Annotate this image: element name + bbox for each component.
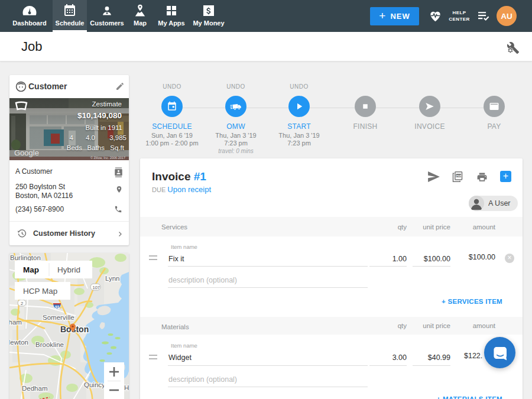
svg-text:Hi: Hi xyxy=(124,384,129,391)
svg-text:Brookline: Brookline xyxy=(35,341,64,348)
svg-text:Dedham: Dedham xyxy=(22,385,47,392)
svg-text:PDF: PDF xyxy=(456,174,462,177)
svg-text:Hybrid: Hybrid xyxy=(57,265,80,274)
svg-text:Waltham: Waltham xyxy=(9,319,22,326)
svg-text:Burlington: Burlington xyxy=(10,254,41,261)
svg-text:Newton: Newton xyxy=(9,339,28,346)
svg-text:© Zillow, Inc. 2006-2017: © Zillow, Inc. 2006-2017 xyxy=(90,156,125,160)
svg-text:Quincy: Quincy xyxy=(84,381,105,388)
svg-text:Map: Map xyxy=(23,265,39,274)
svg-text:93: 93 xyxy=(55,305,60,309)
svg-text:Baths: Baths xyxy=(87,144,105,151)
svg-text:Zestimate: Zestimate xyxy=(92,100,122,108)
svg-text:Google: Google xyxy=(14,148,39,157)
svg-text:Sq.ft: Sq.ft xyxy=(110,144,124,151)
svg-text:Built in 1911: Built in 1911 xyxy=(86,124,122,131)
svg-text:2: 2 xyxy=(21,301,23,306)
svg-text:3,985: 3,985 xyxy=(109,134,126,141)
svg-text:Lynn: Lynn xyxy=(105,275,120,282)
svg-text:4: 4 xyxy=(70,134,74,141)
svg-text:$10,149,080: $10,149,080 xyxy=(77,111,122,120)
svg-text:HCP Map: HCP Map xyxy=(23,287,57,296)
svg-text:Somerville: Somerville xyxy=(43,314,74,321)
svg-text:Beds: Beds xyxy=(67,144,82,151)
svg-text:4.0: 4.0 xyxy=(86,134,95,141)
svg-text:107: 107 xyxy=(93,285,100,290)
